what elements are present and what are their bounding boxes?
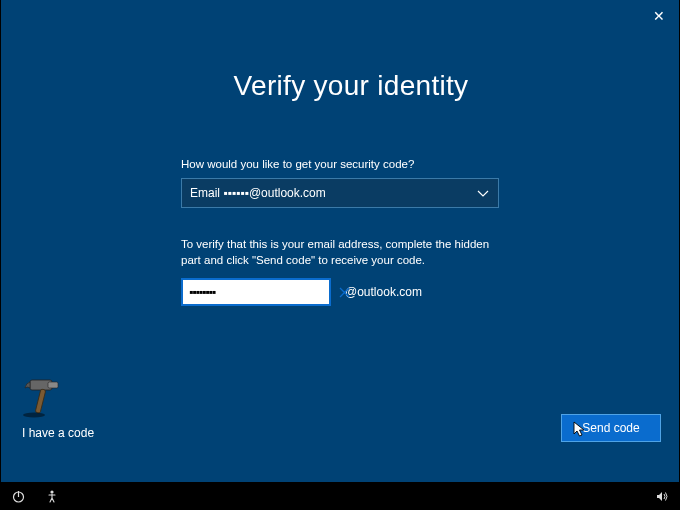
x-icon xyxy=(339,287,350,298)
close-button[interactable]: ✕ xyxy=(649,6,669,26)
send-code-button[interactable]: Send code xyxy=(561,414,661,442)
main-content: Verify your identity How would you like … xyxy=(181,70,521,306)
select-value: Email ▪▪▪▪▪▪@outlook.com xyxy=(190,186,326,200)
send-code-label: Send code xyxy=(582,421,639,435)
chevron-down-icon xyxy=(476,186,490,200)
close-icon: ✕ xyxy=(653,8,665,24)
volume-icon[interactable] xyxy=(654,488,670,504)
security-code-prompt: How would you like to get your security … xyxy=(181,158,521,170)
email-input-container xyxy=(181,278,331,306)
svg-rect-2 xyxy=(35,389,46,413)
instruction-text: To verify that this is your email addres… xyxy=(181,236,511,268)
page-title: Verify your identity xyxy=(181,70,521,102)
ease-of-access-icon[interactable] xyxy=(44,488,60,504)
email-input[interactable] xyxy=(189,285,339,299)
taskbar xyxy=(0,482,680,510)
have-code-link[interactable]: I have a code xyxy=(22,426,94,440)
hammer-icon xyxy=(22,374,66,418)
svg-point-3 xyxy=(23,413,45,418)
clear-input-button[interactable] xyxy=(339,284,350,300)
email-domain-suffix: @outlook.com xyxy=(345,285,422,299)
verification-method-select[interactable]: Email ▪▪▪▪▪▪@outlook.com xyxy=(181,178,499,208)
svg-rect-1 xyxy=(48,382,58,388)
power-icon[interactable] xyxy=(10,488,26,504)
svg-point-6 xyxy=(50,490,53,493)
